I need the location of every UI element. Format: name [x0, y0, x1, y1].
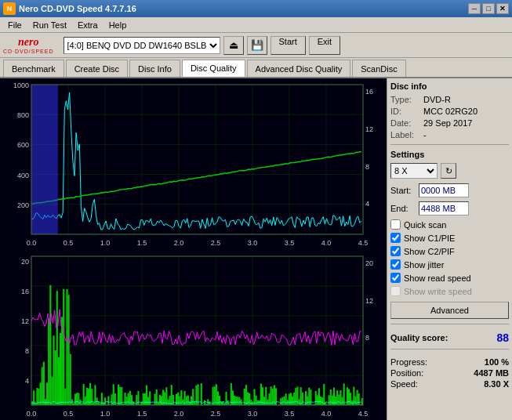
disc-id-row: ID: MCC 02RG20 — [390, 107, 509, 116]
bottom-chart-canvas — [0, 250, 387, 421]
read-speed-checkbox[interactable] — [390, 273, 401, 283]
logo-sub: CD·DVD/SPEED — [3, 49, 54, 54]
end-mb-label: End: — [390, 204, 416, 213]
toolbar: nero CD·DVD/SPEED [4:0] BENQ DVD DD DW16… — [0, 33, 512, 58]
advanced-button[interactable]: Advanced — [390, 302, 509, 319]
menubar: File Run Test Extra Help — [0, 17, 512, 33]
disc-date-row: Date: 29 Sep 2017 — [390, 118, 509, 128]
position-label: Position: — [390, 368, 423, 378]
write-speed-label: Show write speed — [404, 287, 472, 296]
quick-scan-checkbox[interactable] — [390, 219, 401, 230]
disc-type-row: Type: DVD-R — [390, 95, 509, 104]
titlebar-title: Nero CD-DVD Speed 4.7.7.16 — [19, 4, 136, 13]
refresh-button[interactable]: ↻ — [441, 163, 456, 179]
tab-scan-disc[interactable]: ScanDisc — [352, 60, 405, 77]
jitter-checkbox[interactable] — [390, 259, 401, 270]
main-content: Disc info Type: DVD-R ID: MCC 02RG20 Dat… — [0, 78, 512, 420]
write-speed-checkbox[interactable] — [390, 286, 401, 296]
c2pif-row: Show C2/PIF — [390, 246, 509, 256]
speed-row: 8 X ↻ — [390, 163, 509, 179]
divider-3 — [390, 349, 509, 349]
speed-row: Speed: 8.30 X — [390, 379, 509, 389]
eject-button[interactable]: ⏏ — [223, 36, 244, 55]
date-value: 29 Sep 2017 — [423, 118, 472, 128]
read-speed-label: Show read speed — [404, 273, 471, 283]
c2pif-label: Show C2/PIF — [404, 247, 455, 256]
end-mb-row: End: — [390, 201, 509, 215]
disc-info-title: Disc info — [390, 81, 509, 91]
divider-2 — [390, 324, 509, 324]
titlebar-left: N Nero CD-DVD Speed 4.7.7.16 — [3, 2, 136, 15]
c1pie-row: Show C1/PIE — [390, 233, 509, 243]
titlebar: N Nero CD-DVD Speed 4.7.7.16 ─ □ ✕ — [0, 0, 512, 17]
c1pie-checkbox[interactable] — [390, 233, 401, 243]
position-row: Position: 4487 MB — [390, 368, 509, 378]
write-speed-row: Show write speed — [390, 286, 509, 296]
tab-advanced-disc-quality[interactable]: Advanced Disc Quality — [247, 60, 351, 77]
chart-area — [0, 78, 387, 420]
tab-benchmark[interactable]: Benchmark — [3, 60, 64, 77]
c1pie-label: Show C1/PIE — [404, 234, 455, 243]
app-icon: N — [3, 2, 16, 15]
save-button[interactable]: 💾 — [247, 36, 267, 55]
progress-row: Progress: 100 % — [390, 357, 509, 367]
jitter-label: Show jitter — [404, 260, 444, 270]
top-chart — [0, 78, 387, 250]
speed-select[interactable]: 8 X — [390, 163, 438, 179]
quality-label: Quality score: — [390, 333, 448, 342]
menu-help[interactable]: Help — [104, 20, 132, 31]
minimize-button[interactable]: ─ — [468, 3, 481, 14]
tab-disc-quality[interactable]: Disc Quality — [182, 60, 245, 77]
tab-disc-info[interactable]: Disc Info — [129, 60, 180, 77]
speed-value: 8.30 X — [484, 379, 509, 389]
maximize-button[interactable]: □ — [482, 3, 495, 14]
read-speed-row: Show read speed — [390, 273, 509, 283]
right-panel: Disc info Type: DVD-R ID: MCC 02RG20 Dat… — [387, 78, 512, 420]
top-chart-canvas — [0, 78, 387, 250]
logo-nero: nero — [18, 36, 38, 49]
date-label: Date: — [390, 118, 420, 128]
c2pif-checkbox[interactable] — [390, 246, 401, 256]
bottom-chart — [0, 250, 387, 421]
progress-label: Progress: — [390, 357, 427, 367]
disc-label-row: Label: - — [390, 130, 509, 139]
progress-value: 100 % — [485, 357, 509, 367]
logo: nero CD·DVD/SPEED — [3, 36, 54, 54]
start-mb-row: Start: — [390, 183, 509, 197]
label-value: - — [423, 130, 427, 139]
quality-row: Quality score: 88 — [390, 331, 509, 344]
jitter-row: Show jitter — [390, 259, 509, 270]
titlebar-buttons: ─ □ ✕ — [468, 3, 509, 14]
id-label: ID: — [390, 107, 420, 116]
quick-scan-label: Quick scan — [404, 220, 446, 230]
start-mb-label: Start: — [390, 186, 416, 195]
type-value: DVD-R — [423, 95, 451, 104]
tabs: Benchmark Create Disc Disc Info Disc Qua… — [0, 58, 512, 78]
quick-scan-row: Quick scan — [390, 219, 509, 230]
position-value: 4487 MB — [474, 368, 509, 378]
end-mb-input[interactable] — [419, 201, 469, 215]
tab-create-disc[interactable]: Create Disc — [66, 60, 128, 77]
divider-1 — [390, 144, 509, 145]
label-label: Label: — [390, 130, 420, 139]
menu-run-test[interactable]: Run Test — [28, 20, 71, 31]
menu-extra[interactable]: Extra — [73, 20, 103, 31]
start-mb-input[interactable] — [419, 183, 469, 197]
progress-section: Progress: 100 % Position: 4487 MB Speed:… — [390, 357, 509, 390]
close-button[interactable]: ✕ — [496, 3, 509, 14]
type-label: Type: — [390, 95, 420, 104]
quality-value: 88 — [496, 331, 509, 344]
settings-title: Settings — [390, 150, 509, 159]
start-button[interactable]: Start — [271, 36, 306, 55]
id-value: MCC 02RG20 — [423, 107, 478, 116]
exit-button[interactable]: Exit — [309, 36, 340, 55]
speed-label: Speed: — [390, 379, 418, 389]
menu-file[interactable]: File — [3, 20, 27, 31]
drive-select[interactable]: [4:0] BENQ DVD DD DW1640 BSLB — [64, 37, 220, 54]
